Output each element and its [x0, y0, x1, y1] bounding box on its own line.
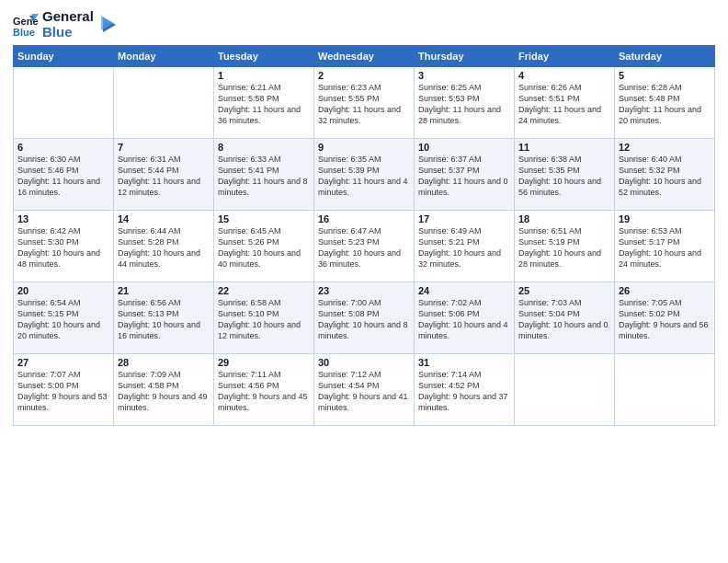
- day-detail: Sunrise: 6:23 AM Sunset: 5:55 PM Dayligh…: [318, 82, 410, 127]
- logo-blue: Blue: [42, 25, 94, 40]
- calendar-cell: 30Sunrise: 7:12 AM Sunset: 4:54 PM Dayli…: [314, 354, 415, 426]
- day-detail: Sunrise: 6:58 AM Sunset: 5:10 PM Dayligh…: [218, 297, 310, 342]
- day-number: 16: [318, 213, 410, 224]
- day-number: 21: [118, 285, 210, 296]
- calendar-cell: 8Sunrise: 6:33 AM Sunset: 5:41 PM Daylig…: [214, 139, 314, 211]
- calendar-cell: 14Sunrise: 6:44 AM Sunset: 5:28 PM Dayli…: [114, 211, 214, 282]
- calendar-cell: 12Sunrise: 6:40 AM Sunset: 5:32 PM Dayli…: [615, 139, 715, 211]
- day-detail: Sunrise: 7:12 AM Sunset: 4:54 PM Dayligh…: [318, 369, 410, 414]
- calendar-cell: 1Sunrise: 6:21 AM Sunset: 5:58 PM Daylig…: [214, 67, 314, 139]
- day-detail: Sunrise: 7:07 AM Sunset: 5:00 PM Dayligh…: [17, 369, 109, 414]
- calendar-cell: 2Sunrise: 6:23 AM Sunset: 5:55 PM Daylig…: [314, 67, 415, 139]
- day-detail: Sunrise: 6:38 AM Sunset: 5:35 PM Dayligh…: [518, 154, 610, 199]
- day-number: 26: [619, 285, 711, 296]
- day-number: 3: [418, 70, 510, 81]
- day-number: 4: [518, 70, 610, 81]
- logo-text: General Blue: [42, 9, 94, 40]
- day-number: 24: [418, 285, 510, 296]
- calendar-cell: 21Sunrise: 6:56 AM Sunset: 5:13 PM Dayli…: [114, 282, 214, 354]
- day-number: 29: [218, 357, 310, 368]
- weekday-header-wednesday: Wednesday: [314, 46, 415, 67]
- logo-icon: General Blue: [13, 12, 39, 38]
- calendar-week-row: 27Sunrise: 7:07 AM Sunset: 5:00 PM Dayli…: [14, 354, 715, 426]
- calendar-week-row: 20Sunrise: 6:54 AM Sunset: 5:15 PM Dayli…: [14, 282, 715, 354]
- day-detail: Sunrise: 7:09 AM Sunset: 4:58 PM Dayligh…: [118, 369, 210, 414]
- calendar-cell: 18Sunrise: 6:51 AM Sunset: 5:19 PM Dayli…: [515, 211, 615, 282]
- weekday-header-sunday: Sunday: [14, 46, 114, 67]
- weekday-header-row: SundayMondayTuesdayWednesdayThursdayFrid…: [14, 46, 715, 67]
- calendar-cell: 23Sunrise: 7:00 AM Sunset: 5:08 PM Dayli…: [314, 282, 415, 354]
- calendar-cell: 27Sunrise: 7:07 AM Sunset: 5:00 PM Dayli…: [14, 354, 114, 426]
- logo-general: General: [42, 9, 94, 25]
- day-detail: Sunrise: 7:00 AM Sunset: 5:08 PM Dayligh…: [318, 297, 410, 342]
- day-detail: Sunrise: 7:11 AM Sunset: 4:56 PM Dayligh…: [218, 369, 310, 414]
- day-detail: Sunrise: 6:37 AM Sunset: 5:37 PM Dayligh…: [418, 154, 510, 199]
- day-detail: Sunrise: 6:47 AM Sunset: 5:23 PM Dayligh…: [318, 225, 410, 270]
- day-detail: Sunrise: 6:54 AM Sunset: 5:15 PM Dayligh…: [17, 297, 109, 342]
- day-number: 20: [17, 285, 109, 296]
- day-detail: Sunrise: 7:05 AM Sunset: 5:02 PM Dayligh…: [619, 297, 711, 342]
- day-number: 13: [17, 213, 109, 224]
- day-detail: Sunrise: 6:42 AM Sunset: 5:30 PM Dayligh…: [17, 225, 109, 270]
- day-detail: Sunrise: 7:03 AM Sunset: 5:04 PM Dayligh…: [518, 297, 610, 342]
- calendar-cell: [615, 354, 715, 426]
- calendar-cell: 5Sunrise: 6:28 AM Sunset: 5:48 PM Daylig…: [615, 67, 715, 139]
- day-detail: Sunrise: 6:56 AM Sunset: 5:13 PM Dayligh…: [118, 297, 210, 342]
- day-detail: Sunrise: 6:35 AM Sunset: 5:39 PM Dayligh…: [318, 154, 410, 199]
- calendar-cell: 26Sunrise: 7:05 AM Sunset: 5:02 PM Dayli…: [615, 282, 715, 354]
- calendar-cell: [515, 354, 615, 426]
- weekday-header-friday: Friday: [515, 46, 615, 67]
- calendar-cell: 24Sunrise: 7:02 AM Sunset: 5:06 PM Dayli…: [415, 282, 515, 354]
- day-number: 23: [318, 285, 410, 296]
- calendar-cell: 20Sunrise: 6:54 AM Sunset: 5:15 PM Dayli…: [14, 282, 114, 354]
- calendar-cell: [114, 67, 214, 139]
- calendar-cell: 9Sunrise: 6:35 AM Sunset: 5:39 PM Daylig…: [314, 139, 415, 211]
- day-number: 8: [218, 142, 310, 153]
- calendar-cell: 19Sunrise: 6:53 AM Sunset: 5:17 PM Dayli…: [615, 211, 715, 282]
- day-number: 31: [418, 357, 510, 368]
- day-number: 22: [218, 285, 310, 296]
- logo-arrow-icon: [97, 15, 118, 35]
- calendar-cell: 25Sunrise: 7:03 AM Sunset: 5:04 PM Dayli…: [515, 282, 615, 354]
- calendar-page: General Blue General Blue SundayMondayTu…: [0, 0, 728, 563]
- header: General Blue General Blue: [13, 9, 715, 40]
- day-detail: Sunrise: 6:45 AM Sunset: 5:26 PM Dayligh…: [218, 225, 310, 270]
- day-detail: Sunrise: 6:33 AM Sunset: 5:41 PM Dayligh…: [218, 154, 310, 199]
- day-number: 7: [118, 142, 210, 153]
- day-number: 30: [318, 357, 410, 368]
- calendar-cell: 17Sunrise: 6:49 AM Sunset: 5:21 PM Dayli…: [415, 211, 515, 282]
- calendar-cell: 11Sunrise: 6:38 AM Sunset: 5:35 PM Dayli…: [515, 139, 615, 211]
- calendar-cell: 31Sunrise: 7:14 AM Sunset: 4:52 PM Dayli…: [415, 354, 515, 426]
- calendar-week-row: 1Sunrise: 6:21 AM Sunset: 5:58 PM Daylig…: [14, 67, 715, 139]
- day-detail: Sunrise: 7:14 AM Sunset: 4:52 PM Dayligh…: [418, 369, 510, 414]
- calendar-cell: [14, 67, 114, 139]
- day-number: 19: [619, 213, 711, 224]
- calendar-cell: 16Sunrise: 6:47 AM Sunset: 5:23 PM Dayli…: [314, 211, 415, 282]
- day-detail: Sunrise: 6:51 AM Sunset: 5:19 PM Dayligh…: [518, 225, 610, 270]
- day-detail: Sunrise: 6:49 AM Sunset: 5:21 PM Dayligh…: [418, 225, 510, 270]
- calendar-cell: 29Sunrise: 7:11 AM Sunset: 4:56 PM Dayli…: [214, 354, 314, 426]
- svg-text:Blue: Blue: [13, 27, 35, 38]
- calendar-table: SundayMondayTuesdayWednesdayThursdayFrid…: [13, 45, 715, 426]
- weekday-header-monday: Monday: [114, 46, 214, 67]
- day-number: 1: [218, 70, 310, 81]
- calendar-cell: 7Sunrise: 6:31 AM Sunset: 5:44 PM Daylig…: [114, 139, 214, 211]
- day-number: 5: [619, 70, 711, 81]
- day-detail: Sunrise: 6:25 AM Sunset: 5:53 PM Dayligh…: [418, 82, 510, 127]
- day-number: 25: [518, 285, 610, 296]
- day-detail: Sunrise: 6:30 AM Sunset: 5:46 PM Dayligh…: [17, 154, 109, 199]
- calendar-cell: 28Sunrise: 7:09 AM Sunset: 4:58 PM Dayli…: [114, 354, 214, 426]
- day-number: 17: [418, 213, 510, 224]
- day-detail: Sunrise: 6:44 AM Sunset: 5:28 PM Dayligh…: [118, 225, 210, 270]
- day-number: 15: [218, 213, 310, 224]
- day-number: 11: [518, 142, 610, 153]
- day-number: 12: [619, 142, 711, 153]
- calendar-cell: 3Sunrise: 6:25 AM Sunset: 5:53 PM Daylig…: [415, 67, 515, 139]
- day-detail: Sunrise: 6:31 AM Sunset: 5:44 PM Dayligh…: [118, 154, 210, 199]
- calendar-week-row: 13Sunrise: 6:42 AM Sunset: 5:30 PM Dayli…: [14, 211, 715, 282]
- day-detail: Sunrise: 7:02 AM Sunset: 5:06 PM Dayligh…: [418, 297, 510, 342]
- day-detail: Sunrise: 6:26 AM Sunset: 5:51 PM Dayligh…: [518, 82, 610, 127]
- day-number: 9: [318, 142, 410, 153]
- day-detail: Sunrise: 6:28 AM Sunset: 5:48 PM Dayligh…: [619, 82, 711, 127]
- day-detail: Sunrise: 6:21 AM Sunset: 5:58 PM Dayligh…: [218, 82, 310, 127]
